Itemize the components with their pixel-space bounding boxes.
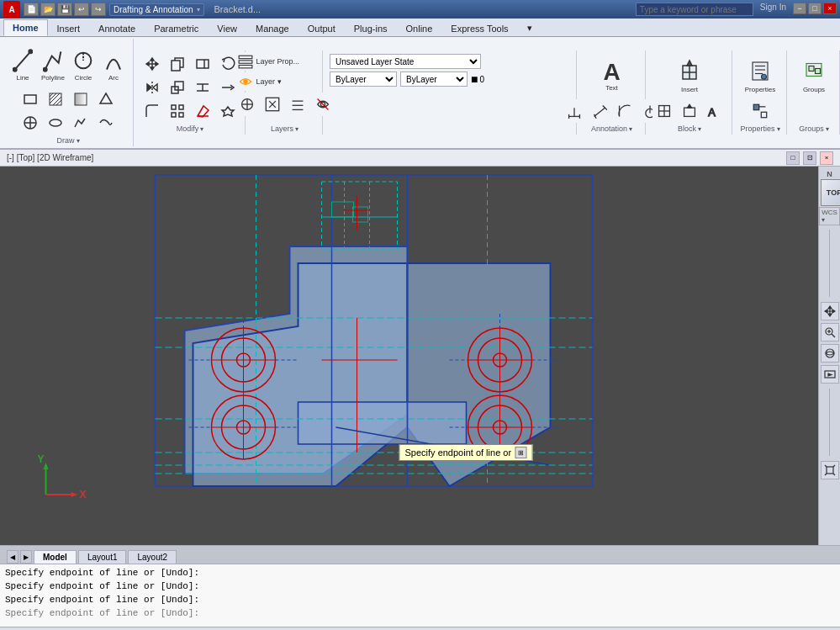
draw-group: Line Polyline Circle Arc xyxy=(3,39,134,146)
match-prop-btn[interactable] xyxy=(748,99,772,123)
svg-point-46 xyxy=(243,80,247,84)
hatch-tool[interactable] xyxy=(44,87,67,111)
properties-btn[interactable]: Properties xyxy=(739,52,781,99)
draw-more-btn3[interactable] xyxy=(69,111,92,135)
svg-rect-85 xyxy=(761,112,766,117)
layer-isolate-btn[interactable] xyxy=(261,93,284,116)
dim-angular-btn[interactable] xyxy=(613,99,637,123)
draw-more-btn1[interactable] xyxy=(18,111,42,135)
redo-btn[interactable]: ↪ xyxy=(91,3,106,16)
region-tool[interactable] xyxy=(94,87,118,111)
polyline-tool[interactable]: Polyline xyxy=(39,40,67,87)
command-input[interactable] xyxy=(5,608,835,618)
tab-view[interactable]: View xyxy=(208,20,246,36)
insert-block-btn[interactable]: Insert xyxy=(673,52,706,99)
rectangle-tool[interactable] xyxy=(18,87,42,111)
tab-insert[interactable]: Insert xyxy=(48,20,90,36)
groups-group: Groups Groups ▾ xyxy=(789,50,840,135)
draw-more-btn2[interactable] xyxy=(44,111,67,135)
layer-freeze-btn[interactable] xyxy=(235,93,259,116)
detail-rect2 xyxy=(353,207,368,222)
trim-tool[interactable] xyxy=(191,76,214,99)
tab-more[interactable]: ▾ xyxy=(518,19,542,36)
separator-2 xyxy=(829,389,830,456)
tab-output[interactable]: Output xyxy=(298,20,345,36)
new-btn[interactable]: 📄 xyxy=(24,3,39,16)
svg-marker-103 xyxy=(71,492,78,497)
tab-layout1[interactable]: Layout1 xyxy=(78,550,127,564)
zoom-btn[interactable] xyxy=(821,323,839,341)
workspace-dropdown[interactable]: Drafting & Annotation ▾ xyxy=(109,3,204,16)
endpoint-tooltip: Specify endpoint of line or ⊞ xyxy=(399,444,533,461)
text-tool[interactable]: A Text xyxy=(594,52,630,99)
extents-btn[interactable] xyxy=(821,461,839,479)
restore-btn[interactable]: □ xyxy=(808,3,822,14)
canvas-area[interactable]: Specify endpoint of line or ⊞ Y X N TOP xyxy=(0,167,840,545)
dim-linear-btn[interactable] xyxy=(563,99,586,123)
svg-rect-37 xyxy=(172,105,176,109)
search-input[interactable] xyxy=(636,3,753,16)
layer-state-select[interactable]: Unsaved Layer State xyxy=(330,54,481,69)
tab-manage[interactable]: Manage xyxy=(246,20,298,36)
orbit-btn[interactable] xyxy=(821,344,839,363)
showmotion-btn[interactable] xyxy=(821,365,839,384)
layer-properties-btn[interactable]: Layer Prop... xyxy=(235,52,303,71)
scale-tool[interactable] xyxy=(166,76,189,99)
tab-plugins[interactable]: Plug-ins xyxy=(345,20,397,36)
bracket-center xyxy=(298,402,467,444)
tab-express-tools[interactable]: Express Tools xyxy=(441,20,517,36)
create-block-btn[interactable] xyxy=(652,99,676,123)
arc-tool[interactable]: Arc xyxy=(99,40,128,87)
line-tool[interactable]: Line xyxy=(8,40,37,87)
tab-nav-prev[interactable]: ◀ xyxy=(7,550,18,564)
circle-tool[interactable]: Circle xyxy=(69,40,98,87)
main-area: Specify endpoint of line or ⊞ Y X N TOP xyxy=(0,167,840,545)
array-tool[interactable] xyxy=(166,99,189,123)
tab-parametric[interactable]: Parametric xyxy=(145,20,208,36)
svg-text:Y: Y xyxy=(38,453,45,465)
save-btn[interactable]: 💾 xyxy=(57,3,72,16)
tab-online[interactable]: Online xyxy=(397,20,442,36)
mirror-tool[interactable] xyxy=(140,76,164,99)
tab-model[interactable]: Model xyxy=(34,550,77,564)
compass-n: N xyxy=(827,170,832,178)
pan-btn[interactable] xyxy=(821,302,839,320)
move-tool[interactable] xyxy=(140,52,164,76)
erase-tool[interactable] xyxy=(191,99,214,123)
open-btn[interactable]: 📂 xyxy=(40,3,55,16)
tab-layout2[interactable]: Layout2 xyxy=(128,550,177,564)
minimize-btn[interactable]: − xyxy=(793,3,806,14)
copy-tool[interactable] xyxy=(166,52,189,76)
linetype-select[interactable]: ByLayer xyxy=(400,71,468,87)
tab-annotate[interactable]: Annotate xyxy=(89,20,145,36)
restore-drawing-btn[interactable]: □ xyxy=(786,151,800,165)
svg-marker-77 xyxy=(687,104,691,108)
svg-line-117 xyxy=(825,465,827,467)
dim-aligned-btn[interactable] xyxy=(588,99,611,123)
sign-in[interactable]: Sign In xyxy=(760,3,786,16)
gradient-tool[interactable] xyxy=(69,87,92,111)
wcs-button[interactable]: WCS ▾ xyxy=(819,207,840,225)
draw-more-btn4[interactable] xyxy=(94,111,118,135)
layer-match-btn[interactable] xyxy=(286,93,309,116)
svg-line-118 xyxy=(833,465,835,467)
file-name: Bracket.d... xyxy=(214,4,262,14)
groups-btn[interactable]: Groups xyxy=(794,52,834,99)
nav-cube-top[interactable]: TOP xyxy=(821,179,840,206)
tab-home[interactable]: Home xyxy=(3,19,48,36)
write-block-btn[interactable] xyxy=(678,99,701,123)
layer-select-btn[interactable]: Layer ▾ xyxy=(235,72,303,91)
close-drawing-btn[interactable]: × xyxy=(820,151,833,165)
undo-btn[interactable]: ↩ xyxy=(74,3,89,16)
drawing-canvas[interactable]: Specify endpoint of line or ⊞ Y X xyxy=(0,167,840,545)
close-btn[interactable]: × xyxy=(823,3,837,14)
cmd-line-1: Specify endpoint of line or [Undo]: xyxy=(5,566,835,580)
attdef-btn[interactable]: A xyxy=(703,99,726,123)
stretch-tool[interactable] xyxy=(191,52,214,76)
maximize-drawing-btn[interactable]: ⊡ xyxy=(803,151,816,165)
view-label: [-] [Top] [2D Wireframe] xyxy=(7,153,93,162)
fillet-tool[interactable] xyxy=(140,99,164,123)
separator-1 xyxy=(829,230,830,297)
tab-nav-next[interactable]: ▶ xyxy=(20,550,32,564)
lineweight-select[interactable]: ByLayer xyxy=(330,71,397,87)
